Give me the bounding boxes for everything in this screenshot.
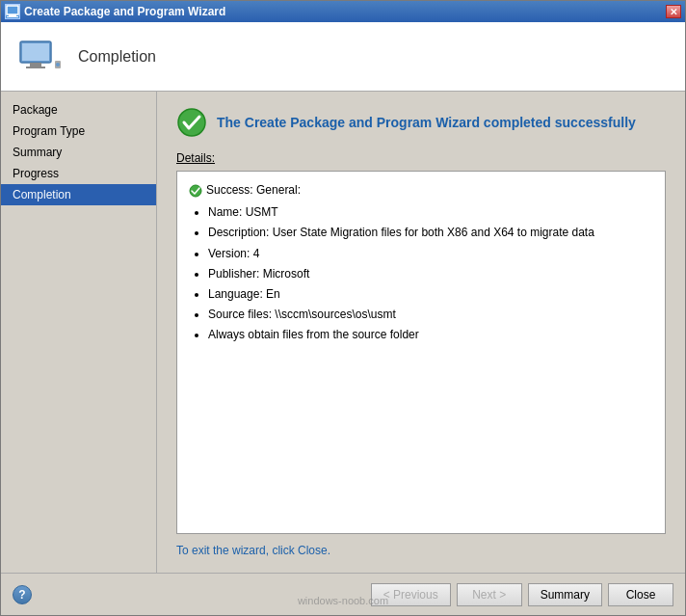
wizard-icon xyxy=(16,34,63,80)
sidebar-item-program-type[interactable]: Program Type xyxy=(1,121,156,142)
svg-rect-6 xyxy=(26,67,45,68)
success-icon xyxy=(176,107,207,138)
success-line: Success: General: xyxy=(189,181,653,200)
wizard-header: Completion xyxy=(1,22,685,92)
content-area: The Create Package and Program Wizard co… xyxy=(157,92,685,573)
title-bar-left: Create Package and Program Wizard xyxy=(5,4,225,19)
next-button[interactable]: Next > xyxy=(457,583,522,606)
svg-point-9 xyxy=(178,109,205,136)
bottom-buttons: < Previous Next > Summary Close xyxy=(371,583,673,606)
bottom-left: ? xyxy=(13,585,32,604)
list-item: Description: User State Migration files … xyxy=(208,224,653,242)
details-box[interactable]: Success: General: Name: USMT Description… xyxy=(176,171,666,534)
list-item: Publisher: Microsoft xyxy=(208,265,653,283)
svg-rect-4 xyxy=(22,43,49,61)
svg-rect-2 xyxy=(7,16,18,17)
list-item: Version: 4 xyxy=(208,245,653,263)
help-button[interactable]: ? xyxy=(13,585,32,604)
window-title: Create Package and Program Wizard xyxy=(24,5,225,18)
exit-text: To exit the wizard, click Close. xyxy=(176,544,666,557)
list-item: Name: USMT xyxy=(208,203,653,222)
close-button[interactable]: Close xyxy=(608,583,673,606)
svg-rect-5 xyxy=(30,63,41,67)
list-item: Always obtain files from the source fold… xyxy=(208,326,653,344)
success-general-text: Success: General: xyxy=(206,181,301,200)
details-label: Details: xyxy=(176,151,666,165)
summary-button[interactable]: Summary xyxy=(528,583,602,606)
bottom-bar: ? < Previous Next > Summary Close xyxy=(1,573,685,615)
close-window-button[interactable]: ✕ xyxy=(666,5,681,18)
details-list: Name: USMT Description: User State Migra… xyxy=(208,203,653,344)
sidebar-item-completion[interactable]: Completion xyxy=(1,184,156,205)
title-bar: Create Package and Program Wizard ✕ xyxy=(1,1,685,22)
wizard-header-title: Completion xyxy=(78,48,156,66)
success-title: The Create Package and Program Wizard co… xyxy=(217,115,636,130)
main-content: Package Program Type Summary Progress Co… xyxy=(1,92,685,573)
success-header: The Create Package and Program Wizard co… xyxy=(176,107,666,138)
svg-rect-0 xyxy=(7,6,18,14)
list-item: Source files: \\sccm\sources\os\usmt xyxy=(208,306,653,324)
window-icon xyxy=(5,4,20,19)
sidebar-item-summary[interactable]: Summary xyxy=(1,142,156,163)
svg-point-8 xyxy=(56,63,60,67)
list-item: Language: En xyxy=(208,285,653,304)
previous-button[interactable]: < Previous xyxy=(371,583,451,606)
wizard-window: Create Package and Program Wizard ✕ Comp… xyxy=(0,0,686,616)
sidebar-item-progress[interactable]: Progress xyxy=(1,163,156,184)
sidebar: Package Program Type Summary Progress Co… xyxy=(1,92,157,573)
svg-rect-1 xyxy=(9,14,16,16)
sidebar-item-package[interactable]: Package xyxy=(1,99,156,121)
